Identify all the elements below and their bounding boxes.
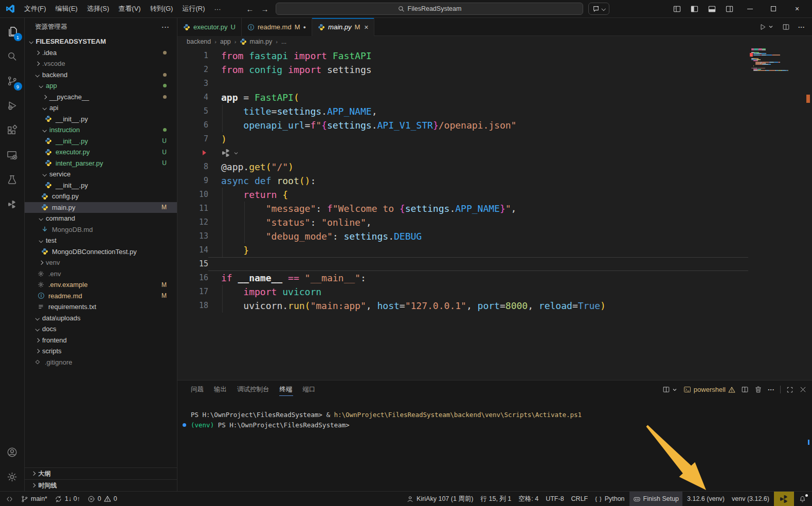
close-button[interactable]: ×	[786, 1, 808, 16]
status-git-sync[interactable]: 1↓ 0↑	[51, 492, 84, 506]
close-tab-icon[interactable]: ×	[364, 23, 368, 31]
status-python-interpreter[interactable]: 3.12.6 (venv)	[683, 492, 728, 506]
tree-item[interactable]: requirements.txt	[25, 301, 177, 313]
tree-item[interactable]: MongoDBConnectionTest.py	[25, 246, 177, 258]
code-line[interactable]: 2from config import settings	[177, 63, 812, 77]
chev-down-icon[interactable]	[233, 150, 239, 156]
activity-explorer[interactable]: 1	[1, 19, 24, 44]
code-line[interactable]: 4app = FastAPI(	[177, 91, 812, 104]
code-line[interactable]: 15	[177, 257, 812, 271]
line-number[interactable]: 7	[177, 132, 208, 146]
maximize-panel[interactable]	[786, 386, 793, 393]
tree-item[interactable]: __init__.py	[25, 180, 177, 191]
maximize-button[interactable]	[763, 1, 784, 16]
breadcrumb-item[interactable]: main.py	[240, 38, 272, 45]
toggle-secondary-sidebar-icon[interactable]	[721, 2, 737, 15]
split-editor-button[interactable]	[782, 23, 790, 31]
breadcrumb-item[interactable]: ...	[281, 38, 286, 45]
line-number[interactable]: 18	[177, 299, 208, 313]
toggle-panel-icon[interactable]	[704, 2, 719, 15]
tree-item[interactable]: app	[25, 80, 177, 92]
line-number[interactable]: 10	[177, 188, 208, 202]
tree-item[interactable]: __pycache__	[25, 92, 177, 103]
panel-tab-终端[interactable]: 终端	[275, 381, 298, 399]
line-number[interactable]: 11	[177, 202, 208, 215]
run-python-file-button[interactable]	[759, 23, 774, 31]
tree-item[interactable]: config.py	[25, 191, 177, 202]
status-gitlens-blame[interactable]: KiriAky 107 (1 周前)	[403, 492, 477, 506]
status-notifications[interactable]	[795, 492, 810, 506]
code-line[interactable]: 1from fastapi import FastAPI	[177, 49, 812, 63]
activity-search[interactable]	[1, 44, 24, 68]
activity-copilot[interactable]	[1, 192, 24, 216]
tree-item[interactable]: data\uploads	[25, 313, 177, 324]
tree-item[interactable]: executor.pyU	[25, 147, 177, 158]
status-copilot-status[interactable]	[774, 492, 794, 506]
launch-profile[interactable]	[662, 386, 678, 393]
code-line[interactable]: 5 title=settings.APP_NAME,	[177, 104, 812, 118]
activity-testing[interactable]	[1, 167, 24, 192]
inline-chat-widget-row[interactable]	[177, 146, 812, 160]
panel-tab-问题[interactable]: 问题	[186, 381, 209, 399]
activity-remote-explorer[interactable]	[1, 142, 24, 167]
close-panel[interactable]	[799, 386, 807, 393]
code-line[interactable]: 10 return {	[177, 188, 812, 202]
customize-layout-icon[interactable]	[669, 2, 684, 15]
status-remote-indicator[interactable]	[2, 492, 17, 506]
tab-readme.md[interactable]: readme.mdM●	[242, 18, 312, 36]
status-indentation[interactable]: 空格: 4	[515, 492, 542, 506]
line-number[interactable]: 17	[177, 285, 208, 299]
back-icon[interactable]: ←	[246, 5, 254, 13]
code-line[interactable]: 8@app.get("/")	[177, 160, 812, 174]
tree-item[interactable]: .vscode	[25, 58, 177, 69]
line-number[interactable]: 6	[177, 118, 208, 132]
menu-item[interactable]: 查看(V)	[114, 3, 145, 15]
more-actions-button[interactable]: ···	[798, 23, 805, 31]
terminal[interactable]: PS H:\OwnProject\FilesReadSysteam> & h:\…	[177, 399, 812, 430]
menu-item[interactable]: 编辑(E)	[51, 3, 82, 15]
tab-main.py[interactable]: main.pyM×	[312, 18, 375, 36]
activity-settings[interactable]	[1, 464, 24, 489]
code-line[interactable]: 11 "message": f"Welcome to {settings.APP…	[177, 202, 812, 215]
code-line[interactable]: 17 import uvicorn	[177, 285, 812, 299]
tree-item[interactable]: scripts	[25, 346, 177, 357]
tree-item[interactable]: backend	[25, 69, 177, 81]
status-python-environment[interactable]: venv (3.12.6)	[728, 492, 773, 506]
tree-item[interactable]: MongoDB.md	[25, 224, 177, 236]
line-number[interactable]: 13	[177, 229, 208, 243]
status-encoding[interactable]: UTF-8	[542, 492, 567, 506]
tree-item[interactable]: service	[25, 169, 177, 180]
menu-item[interactable]: 选择(S)	[82, 3, 114, 15]
code-line[interactable]: 7)	[177, 132, 812, 146]
breadcrumb-item[interactable]: app	[220, 38, 231, 45]
status-language-mode[interactable]: { }Python	[591, 492, 628, 506]
tree-item[interactable]: __init__.py	[25, 114, 177, 125]
tree-item[interactable]: test	[25, 235, 177, 246]
more-actions-icon[interactable]: ···	[162, 24, 170, 31]
sidebar-section-outline[interactable]: 大纲	[25, 467, 177, 479]
menu-item[interactable]: 文件(F)	[20, 3, 51, 15]
tree-root[interactable]: FILESREADSYSTEAM	[25, 36, 177, 47]
tree-item[interactable]: .env.exampleM	[25, 279, 177, 291]
tree-item[interactable]: .gitignore	[25, 357, 177, 368]
line-number[interactable]: 16	[177, 271, 208, 285]
code-line[interactable]: 6 openapi_url=f"{settings.API_V1_STR}/op…	[177, 118, 812, 132]
tree-item[interactable]: instruction	[25, 124, 177, 136]
minimize-button[interactable]	[739, 1, 761, 16]
tree-item[interactable]: main.pyM	[25, 202, 177, 213]
tree-item[interactable]: .idea	[25, 47, 177, 59]
tree-item[interactable]: readme.mdM	[25, 291, 177, 302]
tree-item[interactable]: api	[25, 102, 177, 114]
split-terminal[interactable]	[741, 386, 749, 393]
panel-tab-输出[interactable]: 输出	[209, 381, 232, 399]
terminal-scrollbar[interactable]	[808, 440, 809, 445]
copilot-chat-button[interactable]	[588, 3, 609, 15]
line-number[interactable]: 2	[177, 63, 208, 77]
line-number[interactable]: 1	[177, 49, 208, 63]
menu-item[interactable]: 运行(R)	[177, 3, 209, 15]
tree-item[interactable]: command	[25, 213, 177, 224]
code-line[interactable]: 13 "debug_mode": settings.DEBUG	[177, 229, 812, 243]
status-eol-sequence[interactable]: CRLF	[568, 492, 592, 506]
code-line[interactable]: 16if __name__ == "__main__":	[177, 271, 812, 285]
line-number[interactable]: 14	[177, 243, 208, 257]
